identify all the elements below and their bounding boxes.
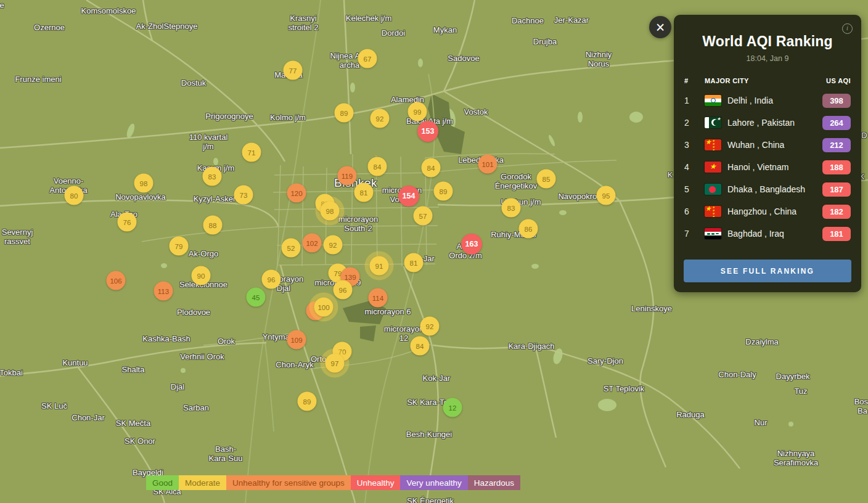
aqi-station-marker[interactable]: 91: [370, 256, 389, 276]
aqi-value: 120: [290, 189, 302, 197]
aqi-station-marker[interactable]: 89: [434, 182, 453, 201]
city-name: Dhaka , Bangladesh: [727, 184, 822, 194]
aqi-value: 101: [481, 160, 493, 168]
aqi-station-marker[interactable]: 81: [354, 183, 374, 202]
rank-number: 3: [684, 140, 705, 150]
aqi-station-marker[interactable]: 84: [411, 337, 430, 356]
aqi-value: 106: [110, 277, 121, 284]
aqi-station-marker[interactable]: 81: [404, 253, 424, 272]
aqi-station-marker[interactable]: 90: [192, 266, 211, 285]
aqi-station-marker[interactable]: 80: [65, 186, 84, 205]
ranking-row[interactable]: 7 Baghdad , Iraq 181: [674, 223, 861, 245]
aqi-value: 83: [507, 204, 515, 211]
city-name: Hanoi , Vietnam: [727, 162, 822, 172]
aqi-value: 83: [208, 173, 216, 180]
aqi-station-marker[interactable]: 86: [519, 219, 538, 239]
aqi-value: 81: [360, 189, 368, 196]
aqi-station-marker[interactable]: 101: [478, 155, 497, 174]
legend-item: Hazardous: [468, 475, 520, 490]
legend-item: Unhealthy for sensitive groups: [226, 475, 351, 490]
aqi-station-marker[interactable]: 84: [368, 157, 387, 176]
close-icon: ×: [656, 18, 665, 36]
rank-number: 4: [684, 162, 705, 172]
aqi-station-marker[interactable]: 98: [134, 174, 154, 193]
ranking-rows: 1 Delhi , India 398 2 ★ Lahore , Pakista…: [674, 89, 861, 245]
ranking-row[interactable]: 4 ★ Hanoi , Vietnam 188: [674, 156, 861, 178]
aqi-badge: 212: [822, 138, 851, 152]
aqi-station-marker[interactable]: 99: [408, 102, 427, 121]
aqi-station-marker[interactable]: 83: [203, 167, 222, 186]
rank-number: 2: [684, 118, 705, 128]
close-panel-button[interactable]: ×: [649, 16, 671, 38]
aqi-station-marker[interactable]: 114: [369, 288, 388, 308]
aqi-value: 92: [426, 322, 434, 330]
aqi-station-marker[interactable]: 52: [282, 239, 301, 258]
aqi-station-marker[interactable]: 45: [247, 288, 266, 307]
aqi-station-marker[interactable]: 106: [107, 271, 126, 290]
aqi-value: 95: [602, 192, 610, 199]
aqi-station-marker[interactable]: 73: [234, 186, 253, 205]
aqi-station-marker[interactable]: 163: [461, 234, 482, 255]
ranking-row[interactable]: 5 Dhaka , Bangladesh 187: [674, 178, 861, 200]
aqi-value: 85: [542, 175, 551, 182]
aqi-value: 97: [331, 359, 339, 367]
city-name: Lahore , Pakistan: [727, 118, 822, 128]
aqi-station-marker[interactable]: 96: [262, 270, 281, 289]
country-flag-icon: ★: [705, 162, 721, 173]
ranking-row[interactable]: 2 ★ Lahore , Pakistan 264: [674, 112, 861, 134]
aqi-legend: GoodModerateUnhealthy for sensitive grou…: [146, 475, 520, 490]
aqi-station-marker[interactable]: 119: [338, 166, 357, 186]
aqi-value: 88: [209, 221, 217, 229]
aqi-station-marker[interactable]: 154: [398, 186, 419, 207]
aqi-station-marker[interactable]: 100: [314, 298, 334, 317]
aqi-value: 81: [410, 259, 418, 266]
aqi-station-marker[interactable]: 98: [321, 202, 340, 221]
aqi-station-marker[interactable]: 109: [287, 330, 306, 350]
aqi-station-marker[interactable]: 85: [537, 170, 556, 189]
aqi-station-marker[interactable]: 113: [154, 282, 173, 301]
aqi-station-marker[interactable]: 79: [170, 237, 189, 256]
aqi-value: 89: [303, 398, 311, 405]
aqi-station-marker[interactable]: 71: [242, 143, 261, 162]
aqi-station-marker[interactable]: 92: [420, 317, 440, 336]
aqi-badge: 182: [822, 205, 851, 219]
see-full-ranking-button[interactable]: SEE FULL RANKING: [684, 260, 851, 282]
world-aqi-ranking-panel: World AQI Ranking 18:04, Jan 9 # MAJOR C…: [674, 15, 861, 292]
aqi-station-marker[interactable]: 77: [284, 61, 303, 80]
aqi-station-marker[interactable]: 92: [324, 235, 343, 255]
info-icon[interactable]: [842, 23, 853, 34]
aqi-station-marker[interactable]: 84: [422, 158, 441, 178]
aqi-station-marker[interactable]: 67: [358, 49, 377, 68]
aqi-station-marker[interactable]: 153: [417, 121, 438, 142]
aqi-station-marker[interactable]: 76: [118, 213, 137, 232]
aqi-station-marker[interactable]: 89: [335, 104, 354, 123]
aqi-station-marker[interactable]: 92: [371, 109, 390, 128]
aqi-value: 89: [440, 187, 448, 195]
city-name: Delhi , India: [727, 96, 822, 105]
aqi-station-marker[interactable]: 102: [303, 234, 322, 253]
aqi-value: 90: [197, 272, 205, 279]
aqi-value: 163: [465, 240, 478, 248]
aqi-value: 102: [306, 239, 317, 247]
aqi-station-marker[interactable]: 97: [326, 354, 345, 373]
aqi-value: 67: [364, 55, 372, 62]
aqi-station-marker[interactable]: 88: [203, 216, 223, 235]
aqi-station-marker[interactable]: 12: [443, 398, 462, 417]
aqi-badge: 187: [822, 182, 851, 197]
aqi-station-marker[interactable]: 57: [414, 207, 433, 226]
aqi-station-marker[interactable]: 83: [502, 198, 521, 218]
aqi-station-marker[interactable]: 95: [597, 186, 616, 205]
aqi-station-marker[interactable]: 89: [298, 392, 317, 411]
aqi-value: 79: [175, 242, 183, 250]
ranking-row[interactable]: 3 ★★ ★★ ★ Wuhan , China 212: [674, 134, 861, 156]
col-city: MAJOR CITY: [705, 77, 826, 84]
aqi-station-marker[interactable]: 120: [287, 184, 306, 203]
city-name: Hangzhou , China: [727, 207, 822, 216]
aqi-value: 73: [240, 191, 248, 198]
ranking-row[interactable]: 6 ★★ ★★ ★ Hangzhou , China 182: [674, 200, 861, 223]
aqi-badge: 181: [822, 227, 851, 241]
aqi-station-marker[interactable]: 96: [334, 280, 353, 300]
ranking-row[interactable]: 1 Delhi , India 398: [674, 89, 861, 112]
aqi-value: 119: [342, 172, 353, 179]
aqi-value: 12: [449, 404, 457, 411]
